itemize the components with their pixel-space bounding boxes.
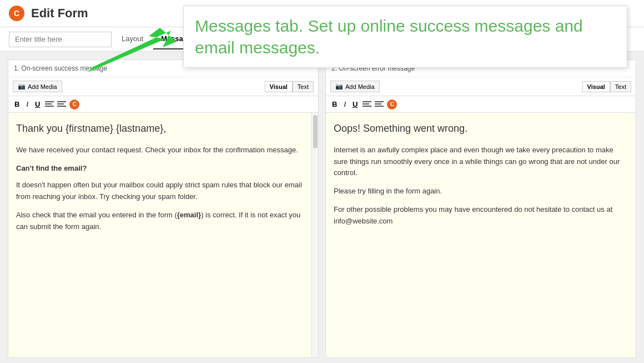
image-icon: 📷	[335, 83, 343, 90]
panel1-heading: Thank you {firstname} {lastname},	[16, 121, 304, 137]
panel2-content-wrap: Oops! Something went wrong. Internet is …	[326, 113, 636, 357]
panel1-content-wrap: Thank you {firstname} {lastname}, We hav…	[8, 113, 318, 357]
panel2-editor-content[interactable]: Oops! Something went wrong. Internet is …	[326, 113, 636, 357]
panel1-bold: Can't find the email?	[16, 163, 304, 175]
panel1-scrollbar[interactable]	[311, 113, 318, 357]
panel1-list-ordered-icon[interactable]	[57, 101, 66, 108]
panel2-view-tabs: Visual Text	[582, 81, 631, 92]
panel2-text-tab[interactable]: Text	[610, 81, 631, 92]
panel1-view-tabs: Visual Text	[265, 81, 314, 92]
panel2-toolbar: 📷 Add Media Visual Text	[326, 77, 636, 96]
panel1-text-tab[interactable]: Text	[293, 81, 314, 92]
panel2-list-unordered-icon[interactable]	[363, 101, 371, 108]
panel1-para2: It doesn't happen often but your mailbox…	[16, 180, 304, 203]
panel1-visual-tab[interactable]: Visual	[265, 81, 293, 92]
panel1-toolbar: 📷 Add Media Visual Text	[8, 77, 318, 96]
panel1-add-media-button[interactable]: 📷 Add Media	[13, 81, 62, 92]
panel2-add-media-button[interactable]: 📷 Add Media	[330, 81, 380, 92]
error-message-panel: 2. On-screen error message 📷 Add Media V…	[325, 59, 636, 358]
form-title-input[interactable]	[9, 32, 112, 47]
panel2-list-ordered-icon[interactable]	[375, 101, 384, 108]
success-message-panel: 1. On-screen success message 📷 Add Media…	[8, 59, 319, 358]
panel2-brand-button[interactable]: C	[387, 100, 397, 110]
panel1-italic-button[interactable]: I	[24, 99, 30, 110]
panel2-para1: Internet is an awfully complex place and…	[334, 145, 628, 179]
panel1-editor-content[interactable]: Thank you {firstname} {lastname}, We hav…	[8, 113, 311, 357]
panel2-para3: For other possible problems you may have…	[334, 204, 628, 227]
panel1-format-toolbar: B I U C	[8, 96, 318, 113]
main-content: 1. On-screen success message 📷 Add Media…	[0, 52, 644, 363]
panel1-para1: We have received your contact request. C…	[16, 145, 304, 156]
panel1-bold-button[interactable]: B	[13, 99, 21, 110]
page-title: Edit Form	[31, 6, 88, 21]
panel1-list-unordered-icon[interactable]	[45, 101, 54, 108]
image-icon: 📷	[18, 83, 26, 90]
tab-layout[interactable]: Layout	[114, 29, 151, 49]
panel2-underline-button[interactable]: U	[351, 99, 359, 110]
tooltip-popup: Messages tab. Set up online success mess…	[183, 6, 627, 68]
panel2-para2: Please try filling in the form again.	[334, 186, 628, 197]
panel2-format-toolbar: B I U C	[326, 96, 636, 113]
panel2-bold-button[interactable]: B	[330, 99, 339, 110]
brand-icon: C	[9, 6, 24, 21]
panel2-visual-tab[interactable]: Visual	[582, 81, 610, 92]
panel1-underline-button[interactable]: U	[33, 99, 42, 110]
panel2-italic-button[interactable]: I	[342, 99, 348, 110]
tooltip-text: Messages tab. Set up online success mess…	[195, 15, 616, 58]
panel1-para3: Also check that the email you entered in…	[16, 210, 304, 233]
panel1-scrollbar-thumb	[313, 115, 318, 148]
panel1-brand-button[interactable]: C	[69, 100, 79, 110]
panel2-heading: Oops! Something went wrong.	[334, 121, 628, 137]
